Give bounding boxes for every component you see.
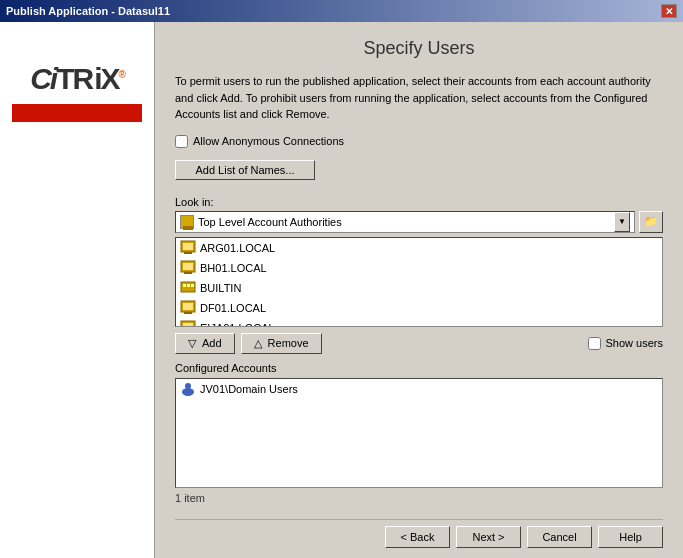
description-text: To permit users to run the published app… bbox=[175, 73, 663, 123]
look-in-icon bbox=[180, 215, 194, 229]
svg-rect-14 bbox=[183, 323, 193, 327]
svg-rect-1 bbox=[183, 243, 193, 250]
browse-button[interactable]: 📁 bbox=[639, 211, 663, 233]
configured-accounts-list[interactable]: JV01\Domain Users bbox=[175, 378, 663, 488]
add-text: Add bbox=[202, 337, 222, 349]
add-triangle-icon: ▽ bbox=[188, 337, 196, 350]
dialog-body: CiTRiX® Specify Users To permit users to… bbox=[0, 22, 683, 558]
remove-triangle-icon: △ bbox=[254, 337, 262, 350]
look-in-select[interactable]: Top Level Account Authorities ▼ bbox=[175, 211, 635, 233]
list-item-name: ARG01.LOCAL bbox=[200, 242, 275, 254]
back-button[interactable]: < Back bbox=[385, 526, 450, 548]
svg-rect-8 bbox=[187, 284, 190, 287]
look-in-dropdown-btn[interactable]: ▼ bbox=[614, 212, 630, 232]
add-list-section: Add List of Names... bbox=[175, 160, 663, 188]
list-item-name: BH01.LOCAL bbox=[200, 262, 267, 274]
accounts-list[interactable]: ARG01.LOCALBH01.LOCALBUILTINDF01.LOCALEI… bbox=[175, 237, 663, 327]
svg-rect-7 bbox=[183, 284, 186, 287]
domain-icon bbox=[180, 260, 196, 276]
list-item[interactable]: BH01.LOCAL bbox=[176, 258, 662, 278]
citrix-wordmark: CiTRiX® bbox=[30, 62, 124, 96]
allow-anonymous-row: Allow Anonymous Connections bbox=[175, 135, 663, 148]
window-title: Publish Application - Datasul11 bbox=[6, 5, 170, 17]
look-in-row: Top Level Account Authorities ▼ 📁 bbox=[175, 211, 663, 233]
citrix-logo: CiTRiX® bbox=[0, 42, 162, 142]
look-in-label: Look in: bbox=[175, 196, 663, 208]
domain-icon bbox=[180, 280, 196, 296]
svg-point-17 bbox=[185, 383, 191, 389]
svg-rect-5 bbox=[184, 272, 192, 274]
allow-anonymous-label[interactable]: Allow Anonymous Connections bbox=[193, 135, 344, 147]
svg-rect-11 bbox=[183, 303, 193, 310]
browse-icon: 📁 bbox=[644, 215, 658, 228]
bottom-buttons: < Back Next > Cancel Help bbox=[175, 519, 663, 548]
svg-rect-4 bbox=[183, 263, 193, 270]
remove-button[interactable]: △ Remove bbox=[241, 333, 322, 354]
item-count: 1 item bbox=[175, 492, 663, 504]
show-users-label[interactable]: Show users bbox=[606, 337, 663, 349]
svg-point-16 bbox=[182, 388, 194, 396]
configured-list-item[interactable]: JV01\Domain Users bbox=[176, 379, 662, 399]
svg-rect-9 bbox=[191, 284, 194, 287]
list-item-name: BUILTIN bbox=[200, 282, 241, 294]
add-list-button[interactable]: Add List of Names... bbox=[175, 160, 315, 180]
domain-icon bbox=[180, 320, 196, 327]
remove-text: Remove bbox=[268, 337, 309, 349]
show-users-checkbox[interactable] bbox=[588, 337, 601, 350]
help-button[interactable]: Help bbox=[598, 526, 663, 548]
list-item-name: DF01.LOCAL bbox=[200, 302, 266, 314]
cancel-button[interactable]: Cancel bbox=[527, 526, 592, 548]
list-item[interactable]: BUILTIN bbox=[176, 278, 662, 298]
domain-icon bbox=[180, 240, 196, 256]
svg-rect-12 bbox=[184, 312, 192, 314]
list-item[interactable]: DF01.LOCAL bbox=[176, 298, 662, 318]
list-item-name: EIJA01.LOCAL bbox=[200, 322, 275, 327]
action-row: ▽ Add △ Remove Show users bbox=[175, 333, 663, 354]
right-panel: Specify Users To permit users to run the… bbox=[155, 22, 683, 558]
title-bar: Publish Application - Datasul11 ✕ bbox=[0, 0, 683, 22]
close-button[interactable]: ✕ bbox=[661, 4, 677, 18]
next-button[interactable]: Next > bbox=[456, 526, 521, 548]
configured-item-name: JV01\Domain Users bbox=[200, 383, 298, 395]
page-title: Specify Users bbox=[175, 38, 663, 59]
add-button[interactable]: ▽ Add bbox=[175, 333, 235, 354]
group-icon bbox=[180, 381, 196, 397]
allow-anonymous-checkbox[interactable] bbox=[175, 135, 188, 148]
citrix-red-bar bbox=[12, 104, 142, 122]
list-item[interactable]: ARG01.LOCAL bbox=[176, 238, 662, 258]
list-item[interactable]: EIJA01.LOCAL bbox=[176, 318, 662, 327]
configured-accounts-label: Configured Accounts bbox=[175, 362, 663, 374]
domain-icon bbox=[180, 300, 196, 316]
show-users-row: Show users bbox=[588, 337, 663, 350]
add-remove-buttons: ▽ Add △ Remove bbox=[175, 333, 322, 354]
look-in-value: Top Level Account Authorities bbox=[198, 216, 614, 228]
svg-rect-2 bbox=[184, 252, 192, 254]
left-panel: CiTRiX® bbox=[0, 22, 155, 558]
